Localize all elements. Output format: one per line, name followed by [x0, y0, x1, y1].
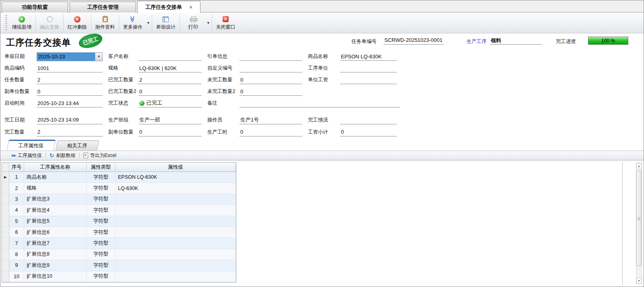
team-field[interactable]: 生产一部: [138, 116, 202, 124]
tab-label: 工序任务管理: [87, 4, 119, 11]
finish-date-label[interactable]: 完工日期: [4, 117, 37, 124]
spec-field[interactable]: LQ-630K | 620K: [138, 64, 202, 72]
product-name-field[interactable]: EPSON LQ-630K: [340, 52, 397, 61]
scroll-down-button[interactable]: ▼: [636, 278, 642, 284]
task-no-value[interactable]: SCRWD-20251023-0001: [384, 37, 444, 45]
excel-icon: [83, 153, 88, 158]
combo-dropdown-button[interactable]: ▼: [95, 53, 102, 61]
attachment-button[interactable]: 附件资料: [92, 12, 118, 33]
table-row[interactable]: 9 扩展信息9 字符型: [2, 260, 236, 271]
continue-add-button[interactable]: + 继续新增: [9, 12, 35, 33]
product-code-field[interactable]: 1001: [37, 64, 103, 72]
cell-type: 字符型: [87, 260, 116, 271]
export-excel-button[interactable]: 导出为Excel: [80, 151, 119, 160]
attribute-table: 序号 工序属性名称 属性类型 属性值 ▶ 1 商品名称 字符型 EPSON LQ…: [2, 162, 236, 283]
row-selector[interactable]: [2, 216, 9, 227]
triangle-up-icon: ▲: [638, 165, 640, 167]
cell-name: 商品名称: [24, 172, 87, 183]
task-qty-field[interactable]: 2: [37, 76, 103, 84]
attribute-values-button[interactable]: ▶▶ 工序属性值: [9, 151, 45, 160]
tab-task-handover[interactable]: 工序任务交接单 ×: [137, 1, 200, 13]
sub-unit-qty-field[interactable]: 0: [37, 87, 103, 96]
finish-status-field[interactable]: 已完工: [138, 99, 202, 107]
row-selector[interactable]: [2, 249, 9, 260]
red-delete-button[interactable]: ✕ 红冲删除: [64, 12, 90, 33]
table-row[interactable]: 4 扩展信息4 字符型: [2, 205, 236, 216]
sub-unit-qty2-field[interactable]: 0: [138, 128, 202, 136]
cell-name: 扩展信息3: [24, 194, 87, 205]
attribute-grid-panel: 序号 工序属性名称 属性类型 属性值 ▶ 1 商品名称 字符型 EPSON LQ…: [2, 162, 623, 285]
start-time-field[interactable]: 2025-10-23 13:44: [37, 99, 103, 107]
table-row[interactable]: 7 扩展信息7 字符型: [2, 238, 236, 249]
operator-label[interactable]: 操作员: [207, 117, 239, 124]
finish-qty-field[interactable]: 2: [37, 128, 103, 136]
chevron-down-icon[interactable]: ▼: [206, 21, 210, 25]
table-row[interactable]: ▶ 1 商品名称 字符型 EPSON LQ-630K: [2, 172, 236, 183]
tab-attribute-values[interactable]: 工序属性值: [6, 140, 56, 151]
unit-wage-field[interactable]: [340, 76, 397, 84]
customer-field[interactable]: [138, 52, 202, 61]
operator-field[interactable]: 生产1号: [239, 116, 302, 124]
tab-task-management[interactable]: 工序任务管理: [70, 2, 136, 12]
row-selector[interactable]: ▶: [2, 172, 9, 183]
process-unit-field[interactable]: [340, 64, 397, 72]
more-actions-button[interactable]: ≫ 更多操作: [120, 12, 146, 33]
row-selector[interactable]: [2, 183, 9, 194]
table-row[interactable]: 6 扩展信息6 字符型: [2, 227, 236, 238]
row-selector[interactable]: [2, 271, 9, 282]
confirm-handover-button[interactable]: ✓ 确认交接: [37, 12, 62, 33]
table-row[interactable]: 8 扩展信息8 字符型: [2, 249, 236, 260]
close-window-button[interactable]: ✕ 关闭窗口: [213, 12, 239, 33]
work-hours-field[interactable]: 0: [239, 128, 302, 136]
close-icon[interactable]: ×: [189, 4, 192, 10]
tab-function-nav[interactable]: 功能导航窗: [2, 2, 68, 12]
process-link-label[interactable]: 生产工序: [466, 38, 487, 45]
refresh-data-button[interactable]: ↻ 刷新数据: [47, 151, 78, 160]
finish-info-field[interactable]: [340, 116, 397, 124]
remark-field[interactable]: [239, 99, 400, 107]
table-row[interactable]: 5 扩展信息5 字符型: [2, 216, 236, 227]
process-value[interactable]: 领料: [490, 37, 542, 45]
table-row[interactable]: 3 扩展信息3 字符型: [2, 194, 236, 205]
table-row[interactable]: 2 规格 字符型 LQ-630K: [2, 183, 236, 194]
unfinished-qty-field[interactable]: 0: [239, 76, 302, 84]
finish-date-field[interactable]: 2025-10-23 14:09: [37, 116, 103, 124]
cell-value: EPSON LQ-630K: [116, 172, 236, 183]
vertical-scrollbar[interactable]: ▲ ▼: [636, 163, 642, 284]
toolbar-grip[interactable]: [5, 15, 7, 31]
custom-no-field[interactable]: [239, 64, 302, 72]
doc-date-combo[interactable]: 2025-10-23 ▼: [37, 52, 103, 61]
tab-related-processes[interactable]: 相关工序: [55, 140, 99, 151]
scroll-up-button[interactable]: ▲: [636, 163, 642, 169]
finished-qty2-field[interactable]: 0: [138, 87, 202, 96]
wage-subtotal-field[interactable]: 0: [340, 128, 397, 136]
row-selector[interactable]: [2, 205, 9, 216]
chevron-down-icon[interactable]: ▼: [147, 21, 150, 25]
cell-type: 字符型: [87, 194, 116, 205]
finished-qty-field[interactable]: 2: [138, 76, 202, 84]
chevron-down-icon: ▼: [97, 55, 101, 58]
col-header-name[interactable]: 工序属性名称: [24, 163, 87, 171]
cell-name: 扩展信息8: [24, 249, 87, 260]
finish-qty-label[interactable]: 完工数量: [4, 129, 37, 136]
cell-no: 7: [9, 238, 24, 249]
col-header-type[interactable]: 属性类型: [87, 163, 116, 171]
ui-design-button[interactable]: 界面设计: [153, 12, 179, 33]
cell-value: [116, 271, 236, 282]
cell-no: 1: [9, 172, 24, 183]
unfinished-qty2-field[interactable]: 0: [239, 87, 302, 96]
double-play-icon: ▶▶: [12, 153, 16, 157]
row-selector[interactable]: [2, 227, 9, 238]
scrollbar-thumb[interactable]: [636, 171, 642, 266]
ref-info-field[interactable]: [239, 52, 302, 61]
col-header-no[interactable]: 序号: [9, 163, 24, 171]
table-row[interactable]: 10 扩展信息10 字符型: [2, 271, 236, 282]
row-selector[interactable]: [2, 260, 9, 271]
customer-label: 客户名称: [108, 53, 138, 60]
col-header-value[interactable]: 属性值: [116, 163, 236, 171]
team-label[interactable]: 生产班组: [108, 117, 138, 124]
page-title: 工序任务交接单: [6, 37, 71, 49]
print-button[interactable]: 打印: [181, 12, 206, 33]
row-selector[interactable]: [2, 194, 9, 205]
row-selector[interactable]: [2, 238, 9, 249]
